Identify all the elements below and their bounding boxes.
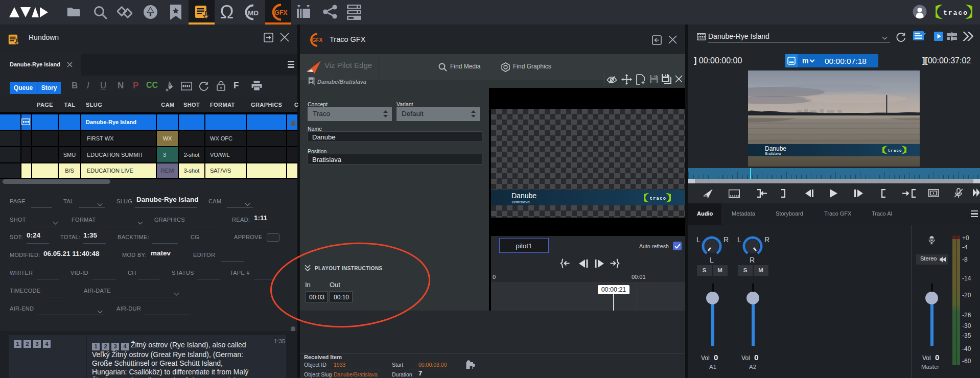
svg-text:GFX: GFX xyxy=(274,9,288,16)
svg-text:traco: traco xyxy=(650,196,667,201)
svg-text:traco: traco xyxy=(943,9,968,17)
svg-text:MD: MD xyxy=(248,9,259,17)
svg-text:GFX: GFX xyxy=(312,37,323,43)
svg-text:traco: traco xyxy=(888,149,902,153)
